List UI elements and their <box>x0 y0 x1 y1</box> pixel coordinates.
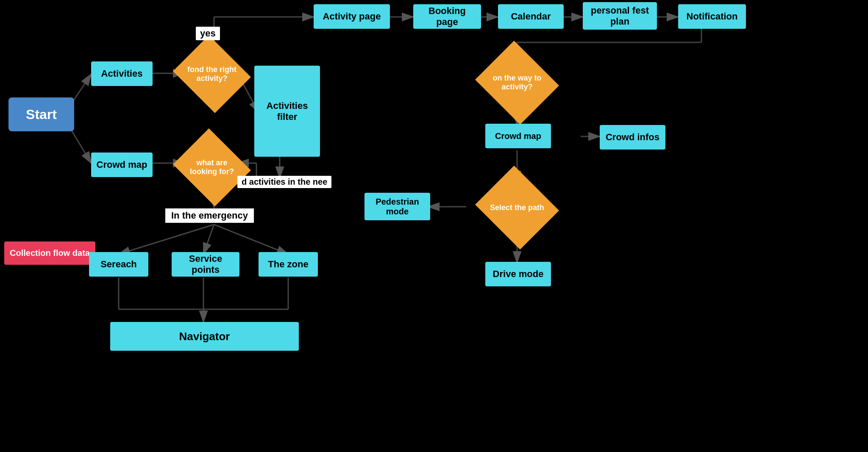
the-zone-node: The zone <box>259 252 318 277</box>
crowd-infos-label: Crowd infos <box>606 132 659 143</box>
notification-node: Notification <box>678 4 746 29</box>
navigator-node: Navigator <box>110 322 299 351</box>
activities-filter-node: Activities filter <box>254 66 320 157</box>
the-zone-label: The zone <box>268 259 308 270</box>
what-looking-label: what are looking for? <box>184 158 240 176</box>
booking-page-label: Booking page <box>418 6 476 28</box>
sereach-node: Sereach <box>89 252 148 277</box>
fond-right-label: fond the right activity? <box>184 65 240 83</box>
in-emergency-label-node: In the emergency <box>165 208 254 223</box>
drive-mode-label: Drive mode <box>493 269 544 280</box>
notification-label: Notification <box>687 11 738 22</box>
service-points-label: Service points <box>177 253 234 275</box>
yes-label-node: yes <box>196 27 220 40</box>
start-node: Start <box>8 97 74 131</box>
fond-right-inner: fond the right activity? <box>182 49 242 100</box>
crowd-map-left-label: Crowd map <box>97 159 147 170</box>
fond-right-diamond: fond the right activity? <box>173 35 251 113</box>
on-way-diamond: on the way to activity? <box>475 41 559 125</box>
select-path-diamond: Select the path <box>475 166 559 250</box>
activity-page-label: Activity page <box>323 11 381 22</box>
activity-page-node: Activity page <box>314 4 390 29</box>
svg-line-26 <box>203 225 214 254</box>
what-looking-diamond: what are looking for? <box>173 128 251 206</box>
activities-filter-label: Activities filter <box>259 100 315 122</box>
select-path-label: Select the path <box>490 203 544 212</box>
pedestrian-node: Pedestrian mode <box>364 193 430 220</box>
booking-page-node: Booking page <box>413 4 481 29</box>
service-points-node: Service points <box>172 252 239 277</box>
on-way-label: on the way to activity? <box>487 74 547 92</box>
crowd-map-right-label: Crowd map <box>495 131 541 141</box>
crowd-map-right-node: Crowd map <box>485 124 551 148</box>
svg-line-25 <box>119 225 214 254</box>
activities-label: Activities <box>101 68 143 79</box>
start-label: Start <box>26 107 57 122</box>
personal-fest-label: personal fest plan <box>588 5 652 27</box>
navigator-label: Navigator <box>179 330 230 343</box>
crowd-map-left-node: Crowd map <box>91 153 153 177</box>
flowchart: Start Collection flow data Activities Cr… <box>0 0 868 452</box>
drive-mode-node: Drive mode <box>485 262 551 286</box>
activities-need-label-node: d activities in the nee <box>237 176 331 188</box>
calendar-node: Calendar <box>498 4 564 29</box>
what-looking-inner: what are looking for? <box>182 142 242 193</box>
activities-node: Activities <box>91 61 153 86</box>
crowd-infos-node: Crowd infos <box>600 125 665 150</box>
calendar-label: Calendar <box>511 11 551 22</box>
select-path-inner: Select the path <box>485 180 549 235</box>
pedestrian-label: Pedestrian mode <box>370 197 425 216</box>
collection-flow-label: Collection flow data <box>10 248 90 258</box>
svg-line-27 <box>214 225 288 254</box>
on-way-inner: on the way to activity? <box>485 55 549 110</box>
sereach-label: Sereach <box>100 259 137 270</box>
collection-flow-node: Collection flow data <box>4 241 95 265</box>
personal-fest-node: personal fest plan <box>583 2 657 30</box>
